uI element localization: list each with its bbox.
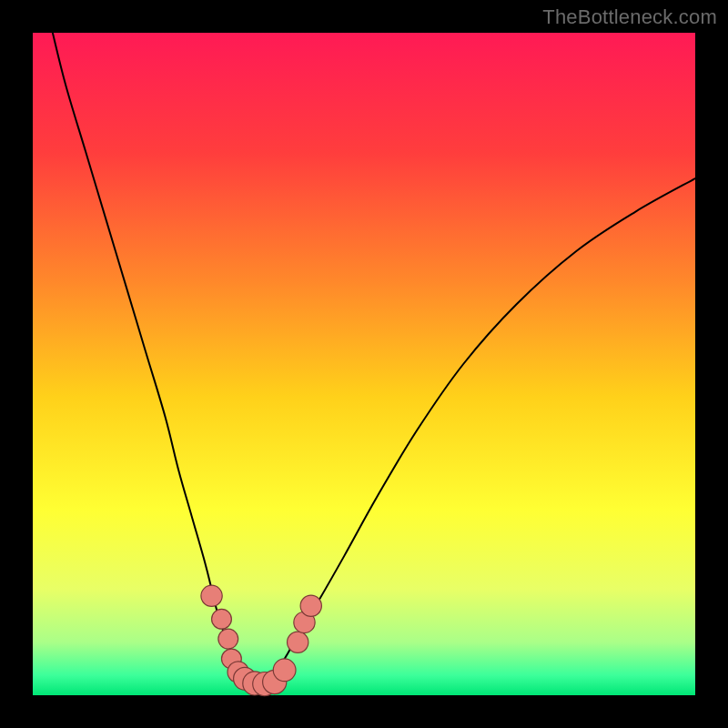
chart-svg	[33, 33, 695, 695]
curve-right-curve	[258, 178, 695, 685]
chart-frame: TheBottleneck.com	[0, 0, 728, 728]
watermark-text: TheBottleneck.com	[542, 5, 717, 29]
data-marker	[273, 659, 296, 682]
curve-left-curve	[53, 33, 258, 685]
data-marker	[218, 629, 238, 649]
data-marker	[212, 609, 232, 629]
data-marker	[288, 632, 308, 652]
plot-area	[33, 33, 695, 695]
data-marker	[300, 595, 321, 616]
data-marker	[201, 585, 222, 606]
